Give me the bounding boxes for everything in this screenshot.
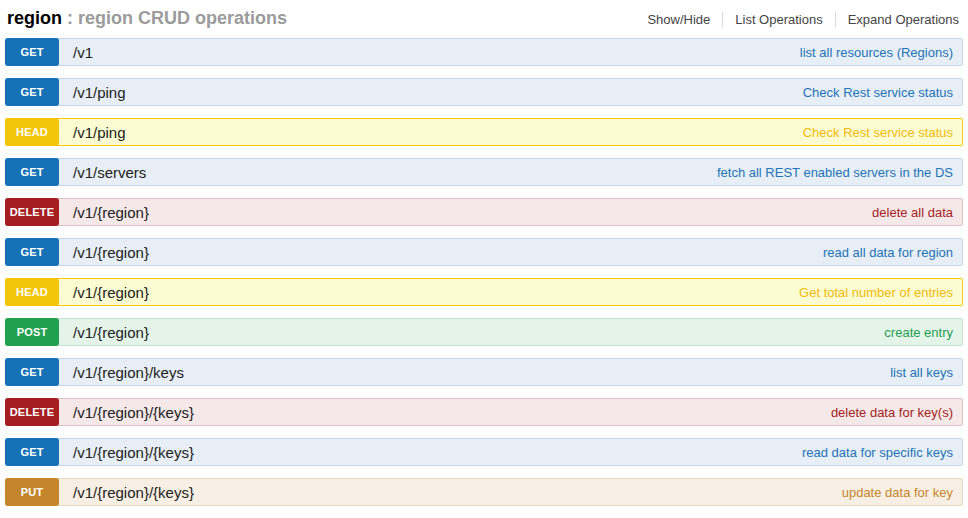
operation-row-put[interactable]: PUT /v1/{region}/{keys} update data for … bbox=[5, 478, 963, 506]
http-method-badge: DELETE bbox=[5, 398, 59, 426]
operation-summary-link[interactable]: create entry bbox=[884, 325, 953, 340]
operation-row-get[interactable]: GET /v1 list all resources (Regions) bbox=[5, 38, 963, 66]
operation-summary-link[interactable]: list all keys bbox=[890, 365, 953, 380]
resource-actions: Show/HideList OperationsExpand Operation… bbox=[635, 12, 962, 27]
endpoint-path-link[interactable]: /v1/{region} bbox=[73, 244, 149, 261]
http-method-badge: GET bbox=[5, 78, 59, 106]
resource-title: region : region CRUD operations bbox=[7, 8, 287, 29]
endpoint-path-link[interactable]: /v1/ping bbox=[73, 124, 126, 141]
endpoint-path-link[interactable]: /v1/{region}/keys bbox=[73, 364, 184, 381]
operation-summary-link[interactable]: read all data for region bbox=[823, 245, 953, 260]
http-method-badge: GET bbox=[5, 158, 59, 186]
api-resource-section: region : region CRUD operations Show/Hid… bbox=[0, 0, 968, 506]
resource-header: region : region CRUD operations Show/Hid… bbox=[5, 6, 963, 29]
operation-summary-link[interactable]: Check Rest service status bbox=[803, 85, 953, 100]
operation-row-head[interactable]: HEAD /v1/{region} Get total number of en… bbox=[5, 278, 963, 306]
endpoint-path-link[interactable]: /v1/{region}/{keys} bbox=[73, 484, 194, 501]
operation-summary-link[interactable]: delete all data bbox=[872, 205, 953, 220]
endpoint-path-link[interactable]: /v1 bbox=[73, 44, 93, 61]
endpoint-path-link[interactable]: /v1/{region}/{keys} bbox=[73, 404, 194, 421]
operation-summary-link[interactable]: Get total number of entries bbox=[799, 285, 953, 300]
http-method-badge: GET bbox=[5, 38, 59, 66]
operation-summary-link[interactable]: delete data for key(s) bbox=[831, 405, 953, 420]
operations-list: GET /v1 list all resources (Regions) GET… bbox=[5, 38, 963, 506]
operation-row-get[interactable]: GET /v1/{region}/{keys} read data for sp… bbox=[5, 438, 963, 466]
operation-row-get[interactable]: GET /v1/servers fetch all REST enabled s… bbox=[5, 158, 963, 186]
operation-row-delete[interactable]: DELETE /v1/{region} delete all data bbox=[5, 198, 963, 226]
http-method-badge: HEAD bbox=[5, 118, 59, 146]
resource-title-separator: : bbox=[62, 8, 78, 28]
http-method-badge: HEAD bbox=[5, 278, 59, 306]
operation-row-get[interactable]: GET /v1/ping Check Rest service status bbox=[5, 78, 963, 106]
endpoint-path-link[interactable]: /v1/ping bbox=[73, 84, 126, 101]
http-method-badge: GET bbox=[5, 358, 59, 386]
resource-name: region bbox=[7, 8, 62, 28]
http-method-badge: DELETE bbox=[5, 198, 59, 226]
resource-description: region CRUD operations bbox=[78, 8, 287, 28]
header-link-show-hide[interactable]: Show/Hide bbox=[635, 12, 722, 27]
header-link-expand-operations[interactable]: Expand Operations bbox=[835, 12, 962, 27]
operation-summary-link[interactable]: read data for specific keys bbox=[802, 445, 953, 460]
endpoint-path-link[interactable]: /v1/{region}/{keys} bbox=[73, 444, 194, 461]
http-method-badge: POST bbox=[5, 318, 59, 346]
operation-row-get[interactable]: GET /v1/{region} read all data for regio… bbox=[5, 238, 963, 266]
http-method-badge: PUT bbox=[5, 478, 59, 506]
endpoint-path-link[interactable]: /v1/servers bbox=[73, 164, 146, 181]
operation-row-get[interactable]: GET /v1/{region}/keys list all keys bbox=[5, 358, 963, 386]
operation-row-post[interactable]: POST /v1/{region} create entry bbox=[5, 318, 963, 346]
operation-summary-link[interactable]: list all resources (Regions) bbox=[800, 45, 953, 60]
http-method-badge: GET bbox=[5, 238, 59, 266]
operation-summary-link[interactable]: update data for key bbox=[842, 485, 953, 500]
operation-summary-link[interactable]: fetch all REST enabled servers in the DS bbox=[717, 165, 953, 180]
http-method-badge: GET bbox=[5, 438, 59, 466]
header-link-list-operations[interactable]: List Operations bbox=[722, 12, 834, 27]
endpoint-path-link[interactable]: /v1/{region} bbox=[73, 324, 149, 341]
operation-summary-link[interactable]: Check Rest service status bbox=[803, 125, 953, 140]
endpoint-path-link[interactable]: /v1/{region} bbox=[73, 284, 149, 301]
operation-row-head[interactable]: HEAD /v1/ping Check Rest service status bbox=[5, 118, 963, 146]
operation-row-delete[interactable]: DELETE /v1/{region}/{keys} delete data f… bbox=[5, 398, 963, 426]
endpoint-path-link[interactable]: /v1/{region} bbox=[73, 204, 149, 221]
